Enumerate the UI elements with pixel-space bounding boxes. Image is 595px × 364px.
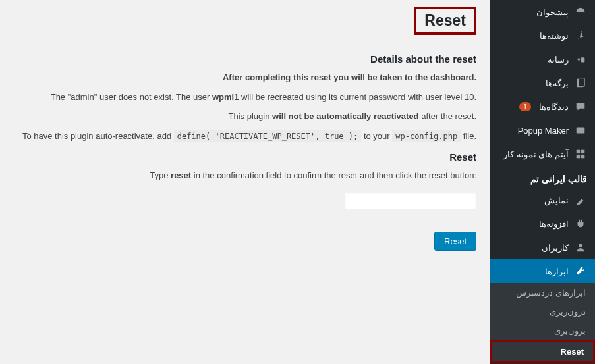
detail-line-3: This plugin will not be automatically re… (13, 110, 476, 123)
sidebar-item-label: پیشخوان (536, 7, 569, 17)
submenu-available-tools[interactable]: ابزارهای دردسترس (490, 283, 595, 302)
svg-rect-0 (580, 9, 581, 12)
sidebar-item-label: رسانه (548, 55, 569, 65)
pin-icon (574, 29, 587, 42)
page-icon (574, 76, 587, 90)
svg-point-1 (578, 58, 581, 61)
comment-icon (574, 100, 587, 113)
sidebar-item-portfolio[interactable]: آیتم های نمونه کار (490, 142, 595, 166)
portfolio-icon (574, 147, 587, 161)
confirm-input-wrapper (13, 192, 476, 209)
sidebar-item-tools[interactable]: ابزارها (490, 259, 595, 283)
dashboard-icon (574, 5, 587, 18)
detail-line-1: After completing this reset you will be … (13, 71, 476, 84)
page-title-box: Reset (414, 7, 476, 35)
sidebar-item-label: نمایش (544, 195, 569, 205)
svg-rect-9 (581, 155, 584, 158)
sidebar-item-popup[interactable]: Popup Maker (490, 118, 595, 142)
submenu-import[interactable]: درون‌ریزی (490, 302, 595, 321)
sidebar-item-plugins[interactable]: افزونه‌ها (490, 212, 595, 236)
sidebar-item-users[interactable]: کاربران (490, 236, 595, 259)
detail-line-4: To have this plugin auto-reactivate, add… (13, 130, 476, 143)
submenu-reset[interactable]: Reset (490, 340, 595, 363)
svg-rect-8 (577, 155, 580, 158)
details-heading: Details about the reset (13, 53, 476, 65)
svg-rect-6 (577, 150, 580, 153)
sidebar-item-posts[interactable]: نوشته‌ها (490, 24, 595, 47)
sidebar-item-label: نوشته‌ها (540, 31, 569, 41)
main-content: Reset Details about the reset After comp… (0, 0, 490, 257)
sidebar-item-comments[interactable]: دیدگاه‌ها 1 (490, 95, 595, 118)
media-icon (574, 53, 587, 66)
sidebar-item-appearance[interactable]: نمایش (490, 188, 595, 212)
sidebar-item-label: افزونه‌ها (539, 219, 569, 229)
sidebar-item-label: برگه‌ها (546, 78, 569, 88)
confirm-input[interactable] (345, 192, 476, 209)
sidebar-item-label: ابزارها (545, 267, 569, 276)
svg-rect-2 (581, 57, 584, 62)
page-title: Reset (424, 12, 466, 30)
reset-heading: Reset (13, 151, 476, 163)
admin-sidebar: پیشخوان نوشته‌ها رسانه برگه‌ها دیدگاه‌ها… (490, 0, 595, 364)
users-icon (574, 241, 587, 254)
sidebar-item-media[interactable]: رسانه (490, 47, 595, 71)
sidebar-item-label: آیتم های نمونه کار (503, 149, 569, 159)
detail-line-2: The "admin" user does not exist. The use… (13, 91, 476, 104)
submenu-export[interactable]: برون‌بری (490, 321, 595, 340)
plugin-icon (574, 217, 587, 230)
sidebar-item-label: Popup Maker (518, 126, 569, 136)
popup-icon (574, 124, 587, 137)
comment-count-badge: 1 (519, 102, 531, 111)
appearance-icon (574, 194, 587, 207)
tools-submenu: ابزارهای دردسترس درون‌ریزی برون‌بری Rese… (490, 283, 595, 363)
svg-rect-4 (579, 78, 584, 87)
sidebar-section-heading: قالب ایرانی تم (490, 166, 595, 188)
svg-rect-7 (581, 150, 584, 153)
reset-button[interactable]: Reset (434, 232, 476, 251)
sidebar-item-label: دیدگاه‌ها (539, 102, 569, 112)
sidebar-item-dashboard[interactable]: پیشخوان (490, 0, 595, 24)
sidebar-item-pages[interactable]: برگه‌ها (490, 71, 595, 95)
svg-point-10 (579, 244, 582, 247)
tools-icon (574, 265, 587, 278)
confirm-instruction: Type reset in the confirmation field to … (13, 169, 476, 182)
sidebar-item-label: کاربران (542, 243, 569, 253)
svg-rect-5 (577, 128, 585, 134)
